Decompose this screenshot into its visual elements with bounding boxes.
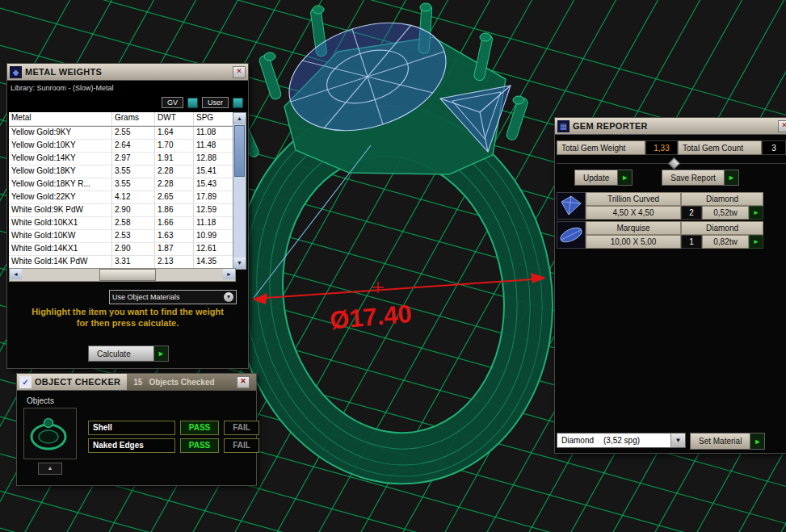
material-dropdown[interactable]: Diamond (3,52 spg) ▼ [557, 433, 686, 448]
ring-thumbnail-image [24, 408, 74, 457]
cell-spg: 12.59 [194, 204, 234, 217]
gem-weight: 0,82tw [702, 235, 749, 249]
table-row[interactable]: White Gold:10KX1 2.58 1.66 11.18 [9, 217, 234, 230]
materials-dropdown[interactable]: Use Object Materials ▾ [109, 290, 237, 304]
table-horizontal-scrollbar[interactable]: ◄ ► [9, 268, 236, 282]
gem-count: 2 [681, 206, 702, 220]
table-row[interactable]: Yellow Gold:14KY 2.97 1.91 12.88 [9, 153, 234, 165]
cell-spg: 12.61 [194, 243, 234, 256]
gem-shape: Trillion Curved [586, 192, 681, 206]
metal-weights-titlebar[interactable]: ◆ METAL WEIGHTS ✕ [7, 64, 248, 81]
gem-thumbnail[interactable] [557, 221, 586, 249]
materials-dropdown-value: Use Object Materials [112, 293, 180, 301]
check-name: Shell [88, 421, 175, 435]
table-row[interactable]: Yellow Gold:10KY 2.64 1.70 11.48 [9, 140, 234, 153]
instruction-line1: Highlight the item you want to find the … [7, 306, 248, 317]
col-header-grams: Grams [112, 112, 155, 126]
cell-dwt: 1.64 [155, 127, 194, 140]
chevron-up-icon[interactable]: ▲ [38, 463, 62, 475]
gem-row[interactable]: Marquise Diamond 10,00 X 5,00 1 0,82tw ► [557, 221, 763, 249]
table-row[interactable]: Yellow Gold:18KY R... 3.55 2.28 15.43 [9, 178, 234, 191]
close-icon[interactable]: ✕ [237, 376, 250, 388]
gem-weight: 0,52tw [702, 206, 749, 220]
green-arrow-icon: ► [750, 434, 764, 449]
splitter-handle[interactable] [668, 157, 681, 170]
update-button[interactable]: Update ► [574, 170, 633, 186]
cell-spg: 15.43 [194, 178, 234, 191]
vertical-scroll-thumb[interactable] [234, 125, 245, 177]
cell-dwt: 2.28 [155, 178, 194, 191]
chevron-down-icon[interactable]: ▾ [224, 292, 233, 302]
set-material-button[interactable]: Set Material ► [690, 433, 765, 450]
objects-checked-text: Objects Checked [149, 378, 214, 387]
objects-label: Objects [27, 396, 54, 405]
user-button[interactable]: User [202, 97, 229, 108]
gem-row[interactable]: Trillion Curved Diamond 4,50 X 4,50 2 0,… [557, 192, 763, 220]
close-icon[interactable]: ✕ [233, 66, 246, 78]
cell-grams: 4.12 [112, 191, 155, 204]
table-row[interactable]: Yellow Gold:9KY 2.55 1.64 11.08 [9, 127, 234, 140]
cell-spg: 12.88 [194, 153, 234, 165]
gv-button[interactable]: GV [162, 97, 183, 108]
cell-grams: 3.55 [112, 165, 155, 178]
horizontal-scroll-thumb[interactable] [99, 269, 156, 281]
gem-reporter-titlebar[interactable]: ▦ GEM REPORTER ✕ [555, 118, 786, 135]
cell-grams: 2.58 [112, 217, 155, 230]
scroll-left-icon[interactable]: ◄ [10, 269, 22, 279]
scroll-up-icon[interactable]: ▲ [233, 113, 246, 124]
cell-metal: White Gold:9K PdW [9, 204, 112, 217]
cell-grams: 3.55 [112, 178, 155, 191]
green-arrow-icon[interactable]: ► [749, 235, 763, 249]
gem-thumbnail[interactable] [557, 192, 586, 220]
cell-dwt: 1.91 [155, 153, 194, 165]
check-name: Naked Edges [88, 438, 175, 453]
gem-shape: Marquise [586, 221, 681, 235]
total-count-value: 3 [762, 140, 786, 155]
table-vertical-scrollbar[interactable]: ▲ ▼ [233, 112, 246, 270]
cell-dwt: 2.28 [155, 165, 194, 178]
gem-size: 4,50 X 4,50 [586, 206, 681, 220]
save-report-label: Save Report [662, 174, 724, 182]
cell-grams: 3.31 [112, 256, 155, 269]
gem-material: Diamond [681, 192, 763, 206]
object-thumbnail[interactable] [23, 408, 77, 459]
cell-spg: 10.99 [194, 230, 234, 243]
trillion-gem-icon [557, 193, 585, 219]
table-row[interactable]: White Gold:10KW 2.53 1.63 10.99 [9, 230, 234, 243]
chevron-down-icon[interactable]: ▼ [670, 434, 685, 447]
cell-spg: 11.48 [194, 140, 234, 153]
cell-spg: 11.08 [194, 127, 234, 140]
metal-weights-title: METAL WEIGHTS [25, 67, 102, 77]
check-row: Shell PASS FAIL [88, 421, 259, 435]
horizontal-scroll-track[interactable] [22, 269, 223, 281]
gem-material: Diamond [681, 221, 763, 235]
cell-metal: White Gold:10KX1 [9, 217, 112, 230]
table-row[interactable]: Yellow Gold:22KY 4.12 2.65 17.89 [9, 191, 234, 204]
calculate-button[interactable]: Calculate ► [88, 346, 169, 362]
cell-grams: 2.64 [112, 140, 155, 153]
green-arrow-icon[interactable]: ► [749, 206, 763, 220]
table-row[interactable]: White Gold:9K PdW 2.90 1.86 12.59 [9, 204, 234, 217]
cell-metal: Yellow Gold:9KY [9, 127, 112, 140]
close-icon[interactable]: ✕ [778, 120, 786, 132]
cell-metal: White Gold:14KX1 [9, 243, 112, 256]
cell-grams: 2.90 [112, 243, 155, 256]
gv-indicator-icon [187, 98, 198, 108]
cell-spg: 14.35 [194, 256, 234, 269]
cell-spg: 17.89 [194, 191, 234, 204]
gem-grid-icon: ▦ [557, 120, 570, 132]
fail-badge: FAIL [224, 438, 259, 453]
col-header-spg: SPG [194, 112, 234, 126]
cell-grams: 2.97 [112, 153, 155, 165]
scroll-down-icon[interactable]: ▼ [233, 258, 246, 269]
object-checker-titlebar[interactable]: ✓ OBJECT CHECKER 15 Objects Checked ✕ [17, 374, 256, 391]
table-row[interactable]: White Gold:14K PdW 3.31 2.13 14.35 [9, 256, 234, 269]
scroll-right-icon[interactable]: ► [223, 269, 235, 279]
pass-badge: PASS [180, 438, 219, 453]
table-row[interactable]: White Gold:14KX1 2.90 1.87 12.61 [9, 243, 234, 256]
cell-metal: Yellow Gold:10KY [9, 140, 112, 153]
save-report-button[interactable]: Save Report ► [662, 170, 739, 186]
table-row[interactable]: Yellow Gold:18KY 3.55 2.28 15.41 [9, 165, 234, 178]
metal-weights-panel: ◆ METAL WEIGHTS ✕ Library: Sunroom - (Sl… [6, 63, 249, 369]
object-checker-title: OBJECT CHECKER [35, 377, 120, 387]
